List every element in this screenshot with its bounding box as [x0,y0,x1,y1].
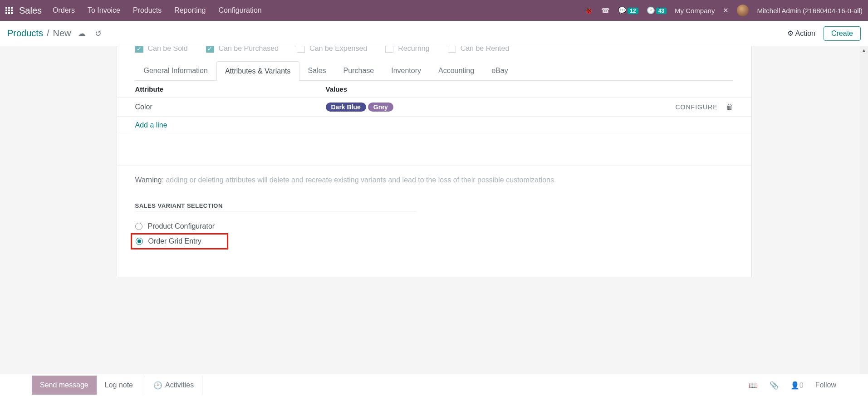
book-icon[interactable]: 📖 [749,381,758,390]
follow-button[interactable]: Follow [815,381,836,389]
radio-icon [136,238,143,245]
avatar[interactable] [737,5,749,16]
debug-icon[interactable]: 🐞 [584,6,593,15]
nav-to-invoice[interactable]: To Invoice [88,6,120,15]
form-sheet: ✓Can be Sold ✓Can be Purchased Can be Ex… [117,46,752,277]
tools-icon[interactable]: ✕ [723,6,729,15]
tab-ebay[interactable]: eBay [483,61,516,80]
add-line-row: Add a line [117,116,751,134]
cb-label: Can be Expensed [309,46,367,53]
footer-right: 📖 📎 👤0 Follow [749,381,836,390]
app-brand[interactable]: Sales [19,5,42,16]
checkbox-icon [385,46,393,53]
breadcrumb-current: New [53,28,71,39]
company-name[interactable]: My Company [675,7,715,15]
warning-body: : adding or deleting attributes will del… [162,176,556,184]
add-line-button[interactable]: Add a line [135,121,167,129]
clock-icon: 🕑 [153,381,162,390]
attributes-table: Attribute Values Color Dark Blue Grey CO… [117,81,751,166]
nav-products[interactable]: Products [133,6,162,15]
breadcrumb: Products / New [7,28,71,39]
check-icon: ✓ [135,46,143,53]
support-icon[interactable]: ☎ [601,6,610,15]
cb-recurring[interactable]: Recurring [385,46,429,53]
tab-purchase[interactable]: Purchase [335,61,383,80]
save-cloud-icon[interactable]: ☁ [78,29,86,39]
top-navbar: Sales Orders To Invoice Products Reporti… [0,0,868,21]
action-dropdown[interactable]: ⚙ Action [787,29,815,38]
cb-label: Can be Rented [461,46,510,53]
main-nav: Orders To Invoice Products Reporting Con… [53,6,262,15]
activities-label: Activities [165,381,194,389]
attr-name-cell[interactable]: Color [135,103,326,111]
cb-can-be-rented[interactable]: Can be Rented [448,46,510,53]
tab-inventory[interactable]: Inventory [383,61,430,80]
cb-can-be-sold[interactable]: ✓Can be Sold [135,46,188,53]
followers-icon[interactable]: 👤0 [790,381,804,390]
cb-label: Can be Purchased [219,46,279,53]
attr-values-cell[interactable]: Dark Blue Grey [326,103,676,112]
notebook-tabs: General Information Attributes & Variant… [135,61,733,81]
discard-icon[interactable]: ↺ [95,29,102,39]
radio-product-configurator[interactable]: Product Configurator [135,220,733,233]
checkbox-icon [297,46,305,53]
breadcrumb-sep: / [47,28,49,39]
nav-reporting[interactable]: Reporting [174,6,206,15]
send-message-button[interactable]: Send message [32,376,97,395]
table-row[interactable]: Color Dark Blue Grey CONFIGURE 🗑 [117,98,751,116]
radio-label: Order Grid Entry [148,237,201,245]
nav-orders[interactable]: Orders [53,6,75,15]
tab-sales[interactable]: Sales [299,61,335,80]
followers-count: 0 [799,381,804,389]
top-right: 🐞 ☎ 💬12 🕑43 My Company ✕ Mitchell Admin … [584,5,863,16]
activities-badge: 43 [656,8,667,14]
cb-can-be-expensed[interactable]: Can be Expensed [297,46,367,53]
value-tag[interactable]: Dark Blue [326,103,366,112]
th-attribute: Attribute [135,85,326,93]
create-button[interactable]: Create [824,26,861,41]
cb-label: Can be Sold [148,46,188,53]
value-tag[interactable]: Grey [368,103,393,112]
variant-selection-radios: Product Configurator Order Grid Entry [117,211,751,277]
messages-icon[interactable]: 💬12 [618,6,638,15]
tab-general-information[interactable]: General Information [135,61,216,80]
warning-text: Warning: adding or deleting attributes w… [117,166,751,194]
trash-icon[interactable]: 🗑 [726,103,733,111]
form-scroll-area: ✓Can be Sold ✓Can be Purchased Can be Ex… [0,46,868,374]
check-icon: ✓ [206,46,214,53]
table-blank-row [117,134,751,166]
nav-configuration[interactable]: Configuration [219,6,262,15]
log-note-button[interactable]: Log note [97,376,141,395]
radio-label: Product Configurator [148,222,215,230]
radio-icon [135,223,142,230]
control-panel: Products / New ☁ ↺ ⚙ Action Create [0,21,868,46]
action-label: Action [795,29,815,38]
breadcrumb-root[interactable]: Products [7,28,43,39]
checkbox-icon [448,46,456,53]
tab-accounting[interactable]: Accounting [430,61,483,80]
table-header: Attribute Values [117,81,751,98]
gear-icon: ⚙ [787,29,794,38]
scrollbar[interactable]: ▲ [860,46,868,374]
messages-badge: 12 [628,8,638,14]
apps-icon[interactable] [5,7,13,14]
warning-label: Warning [135,176,162,184]
activities-button[interactable]: 🕑 Activities [145,376,202,395]
product-options-row: ✓Can be Sold ✓Can be Purchased Can be Ex… [117,46,751,61]
activities-icon[interactable]: 🕑43 [647,6,667,15]
configure-button[interactable]: CONFIGURE [676,103,718,111]
cb-label: Recurring [398,46,429,53]
user-name[interactable]: Mitchell Admin (21680404-16-0-all) [757,7,863,15]
cb-can-be-purchased[interactable]: ✓Can be Purchased [206,46,279,53]
scrollbar-up-icon[interactable]: ▲ [860,46,868,54]
tab-attributes-variants[interactable]: Attributes & Variants [216,61,299,81]
section-sales-variant-selection: SALES VARIANT SELECTION [135,202,417,211]
chatter-footer: Send message Log note 🕑 Activities 📖 📎 👤… [0,374,868,396]
th-values: Values [326,85,733,93]
radio-order-grid-entry[interactable]: Order Grid Entry [131,233,228,249]
attachment-icon[interactable]: 📎 [770,381,779,390]
